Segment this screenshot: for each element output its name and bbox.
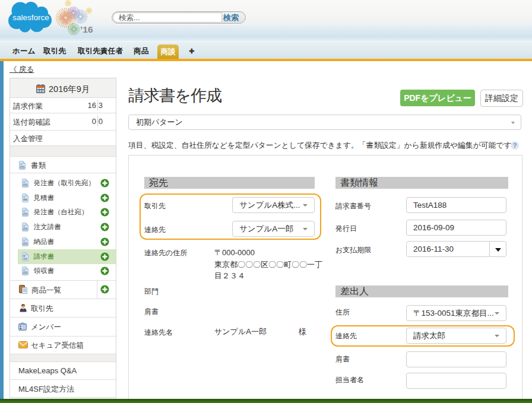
svg-text:salesforce: salesforce <box>12 13 49 22</box>
